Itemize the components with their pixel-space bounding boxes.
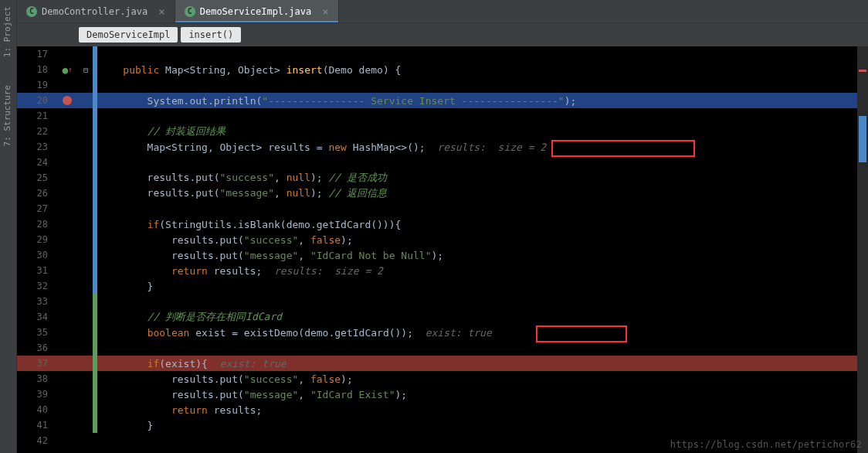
code-line[interactable]: 41 } [17,417,868,433]
line-number: 20 [17,95,56,106]
change-marker [93,201,97,216]
code-line[interactable]: 33 [17,294,868,309]
code-line[interactable]: 40 return results; [17,402,868,417]
code-line[interactable]: 29 results.put("success", false); [17,232,868,247]
code-line[interactable]: 25 results.put("success", null); // 是否成功 [17,170,868,186]
tab-label: DemoController.java [42,6,147,17]
code-content[interactable]: System.out.println("---------------- Ser… [97,95,868,107]
code-content[interactable]: } [97,420,868,431]
line-number: 21 [17,111,56,121]
breadcrumb-method[interactable]: insert() [181,27,241,43]
java-class-icon: C [185,6,195,17]
change-marker [93,340,97,356]
code-line[interactable]: 34 // 判断是否存在相同IdCard [17,309,868,325]
line-number: 31 [17,265,56,276]
line-number: 23 [17,141,56,152]
java-class-icon: C [26,6,37,17]
code-content[interactable]: if(exist){ exist: true [97,358,868,370]
gutter-marks: ●↑ [56,64,79,76]
line-number: 34 [17,312,56,322]
line-number: 29 [17,234,56,245]
line-number: 42 [17,435,56,446]
line-number: 39 [17,389,56,400]
change-marker [93,46,97,62]
line-number: 36 [17,342,56,353]
code-line[interactable]: 24 [17,155,868,170]
change-marker [93,155,97,170]
code-content[interactable]: return results; [97,404,868,416]
code-line[interactable]: 19 [17,77,868,93]
code-content[interactable]: results.put("success", null); // 是否成功 [97,171,868,185]
structure-tool-label: 7: Structure [2,85,12,146]
code-line[interactable]: 35 boolean exist = existDemo(demo.getIdC… [17,325,868,340]
editor-main: C DemoController.java × C DemoServiceImp… [17,0,868,453]
close-icon[interactable]: × [158,5,164,18]
line-number: 19 [17,80,56,90]
code-line[interactable]: 22 // 封装返回结果 [17,124,868,139]
change-marker [93,108,97,124]
line-number: 26 [17,188,56,199]
code-content[interactable]: } [97,281,868,292]
code-line[interactable]: 27 [17,201,868,216]
code-line[interactable]: 38 results.put("success", false); [17,371,868,387]
breakpoint-icon[interactable] [63,96,72,105]
line-number: 38 [17,373,56,384]
line-number: 33 [17,296,56,307]
watermark-text: https://blog.csdn.net/petrichor62 [670,439,862,450]
code-line[interactable]: 21 [17,108,868,124]
code-content[interactable]: // 判断是否存在相同IdCard [97,310,868,324]
close-icon[interactable]: × [322,5,328,18]
code-editor[interactable]: 1718●↑⊟ public Map<String, Object> inser… [17,46,868,453]
code-content[interactable]: return results; results: size = 2 [97,265,868,277]
code-content[interactable]: results.put("message", "IdCard Not be Nu… [97,250,868,261]
code-content[interactable]: boolean exist = existDemo(demo.getIdCard… [97,327,868,339]
fold-column: ⊟ [79,66,93,74]
change-marker [93,433,97,448]
code-content[interactable]: results.put("success", false); [97,234,868,246]
code-line[interactable]: 37 if(exist){ exist: true [17,356,868,371]
line-number: 41 [17,420,56,431]
code-line[interactable]: 23 Map<String, Object> results = new Has… [17,139,868,155]
line-number: 28 [17,219,56,230]
project-tool-button[interactable]: 1: Project [0,0,15,63]
code-line[interactable]: 26 results.put("message", null); // 返回信息 [17,186,868,201]
tool-window-bar: 1: Project 7: Structure [0,0,17,453]
breadcrumb-class[interactable]: DemoServiceImpl [79,27,178,43]
code-line[interactable]: 36 [17,340,868,356]
line-number: 40 [17,404,56,415]
editor-scrollbar[interactable] [857,46,868,453]
fold-toggle-icon[interactable]: ⊟ [83,66,88,74]
gutter-marks [56,96,79,105]
code-line[interactable]: 28 if(StringUtils.isBlank(demo.getIdCard… [17,216,868,232]
code-line[interactable]: 31 return results; results: size = 2 [17,263,868,278]
change-marker [93,77,97,93]
line-number: 30 [17,250,56,261]
line-number: 17 [17,49,56,60]
code-content[interactable]: if(StringUtils.isBlank(demo.getIdCard())… [97,219,868,230]
code-content[interactable]: results.put("message", null); // 返回信息 [97,186,868,200]
project-tool-label: 1: Project [2,6,12,57]
code-content[interactable]: // 封装返回结果 [97,124,868,138]
code-content[interactable]: results.put("success", false); [97,373,868,385]
code-content[interactable]: public Map<String, Object> insert(Demo d… [97,64,868,76]
code-line[interactable]: 18●↑⊟ public Map<String, Object> insert(… [17,62,868,77]
code-line[interactable]: 39 results.put("message", "IdCard Exist"… [17,387,868,402]
tab-demoserviceimpl[interactable]: C DemoServiceImpl.java × [175,0,339,22]
breadcrumb: DemoServiceImpl insert() [17,23,868,46]
tab-democontroller[interactable]: C DemoController.java × [17,0,175,22]
code-line[interactable]: 17 [17,46,868,62]
line-number: 32 [17,281,56,291]
editor-tabs: C DemoController.java × C DemoServiceImp… [17,0,868,23]
line-number: 18 [17,64,56,75]
structure-tool-button[interactable]: 7: Structure [0,79,15,152]
line-number: 22 [17,126,56,137]
line-number: 35 [17,327,56,338]
code-content[interactable]: Map<String, Object> results = new HashMa… [97,141,868,153]
change-marker [93,294,97,309]
code-content[interactable]: results.put("message", "IdCard Exist"); [97,389,868,400]
tab-label: DemoServiceImpl.java [200,6,312,17]
code-line[interactable]: 32 } [17,278,868,294]
code-line[interactable]: 30 results.put("message", "IdCard Not be… [17,247,868,263]
code-line[interactable]: 20 System.out.println("---------------- … [17,93,868,108]
line-number: 27 [17,203,56,214]
